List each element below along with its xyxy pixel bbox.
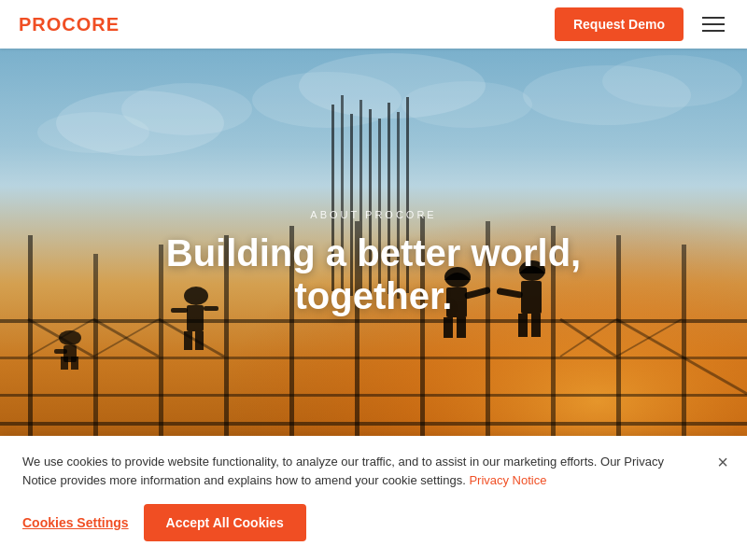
cookie-actions: Cookies Settings Accept All Cookies: [22, 504, 725, 541]
svg-rect-9: [0, 319, 747, 323]
hero-section: ABOUT PROCORE Building a better world, t…: [0, 49, 747, 441]
svg-rect-46: [444, 317, 453, 338]
svg-rect-22: [616, 235, 621, 441]
svg-rect-10: [0, 357, 747, 359]
menu-button[interactable]: [698, 13, 728, 35]
cookie-banner: We use cookies to provide website functi…: [0, 436, 747, 560]
logo-text: PR: [19, 14, 47, 35]
logo: PROCORE: [19, 14, 120, 35]
svg-rect-12: [0, 422, 747, 426]
svg-rect-13: [28, 235, 33, 441]
header: PROCORE Request Demo: [0, 0, 747, 49]
hamburger-line-1: [702, 17, 725, 19]
hero-text-block: ABOUT PROCORE Building a better world, t…: [166, 209, 581, 317]
cookie-close-button[interactable]: ×: [717, 453, 728, 471]
hero-subtitle: ABOUT PROCORE: [166, 209, 581, 220]
hero-title-line2: together.: [295, 275, 453, 316]
cookies-settings-button[interactable]: Cookies Settings: [22, 515, 129, 530]
hamburger-line-2: [702, 23, 725, 25]
logo-accent: O: [47, 14, 63, 35]
svg-rect-36: [71, 357, 78, 370]
hamburger-line-3: [702, 30, 725, 32]
svg-rect-47: [457, 317, 466, 338]
svg-rect-37: [54, 349, 67, 354]
privacy-notice-link[interactable]: Privacy Notice: [469, 473, 546, 487]
svg-rect-14: [93, 254, 98, 441]
hero-title: Building a better world, together.: [166, 231, 581, 317]
svg-rect-35: [61, 357, 68, 370]
svg-rect-15: [159, 245, 163, 441]
logo-text-2: CORE: [62, 14, 120, 35]
cookie-message: We use cookies to provide website functi…: [22, 453, 725, 489]
svg-rect-11: [0, 394, 747, 397]
cookie-message-text: We use cookies to provide website functi…: [22, 455, 664, 487]
header-actions: Request Demo: [555, 7, 728, 41]
hero-title-line1: Building a better world,: [166, 232, 581, 273]
request-demo-button[interactable]: Request Demo: [555, 7, 684, 41]
accept-all-cookies-button[interactable]: Accept All Cookies: [144, 504, 306, 541]
svg-rect-23: [682, 245, 686, 441]
